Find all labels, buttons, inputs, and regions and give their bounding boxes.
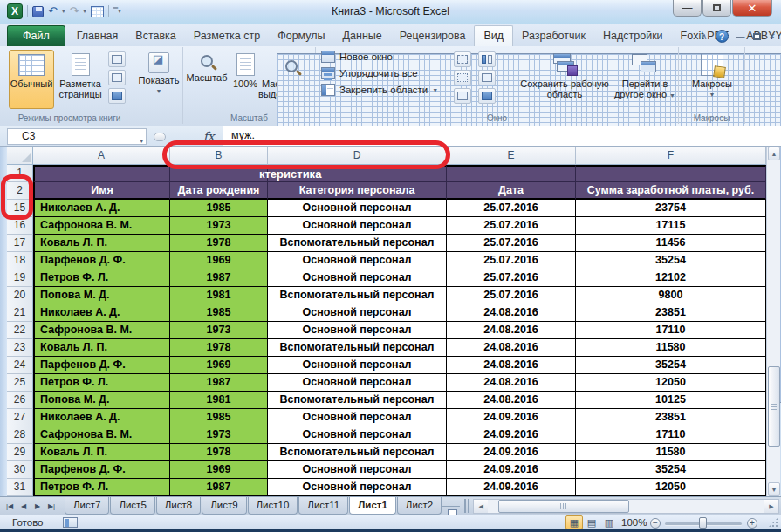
scroll-up-icon[interactable]: ▲	[768, 147, 780, 160]
cell-name[interactable]: Коваль Л. П.	[33, 339, 170, 357]
sheet-tab-лист1[interactable]: Лист1	[349, 497, 396, 515]
row-header[interactable]: 25	[7, 374, 33, 392]
sheet-tab-лист9[interactable]: Лист9	[202, 497, 246, 515]
reset-window-position-button[interactable]	[478, 88, 496, 104]
zoom-100-button[interactable]: 100%	[229, 50, 262, 109]
zoom-to-selection-button[interactable]: Масштаб по выделенному	[264, 50, 314, 109]
header-date[interactable]: Дата	[447, 182, 576, 200]
row-header[interactable]: 29	[7, 444, 33, 461]
cell-salary[interactable]: 11580	[576, 444, 766, 461]
switch-windows-button[interactable]: Перейти в другое окно ▼	[613, 50, 677, 109]
cell-birth-year[interactable]: 1985	[170, 409, 268, 426]
redo-dropdown-icon[interactable]: ▾	[83, 8, 86, 15]
page-break-shortcut[interactable]: ▥	[600, 515, 618, 529]
cell-name[interactable]: Парфенов Д. Ф.	[33, 357, 170, 374]
cell-category[interactable]: Основной персонал	[268, 304, 447, 322]
cell-name[interactable]: Попова М. Д.	[33, 287, 170, 304]
cell-name[interactable]: Николаев А. Д.	[33, 200, 170, 217]
row-header[interactable]: 21	[7, 304, 33, 322]
show-button[interactable]: Показать ▼	[136, 50, 182, 109]
row-header[interactable]: 16	[7, 217, 33, 235]
arrange-all-button[interactable]: Упорядочить все	[321, 67, 438, 79]
first-sheet-icon[interactable]: |◀	[5, 502, 14, 510]
row-header[interactable]: 20	[7, 287, 33, 304]
cell-salary[interactable]: 9800	[576, 287, 766, 304]
cell-date[interactable]: 25.07.2016	[447, 235, 576, 252]
cell-date[interactable]: 24.08.2016	[447, 339, 576, 357]
cell-date[interactable]: 24.09.2016	[447, 426, 576, 444]
cell-date[interactable]: 25.07.2016	[447, 269, 576, 287]
header-category[interactable]: Категория персонала	[268, 182, 447, 200]
save-icon[interactable]	[32, 6, 44, 17]
workbook-close-icon[interactable]: ✕	[769, 31, 776, 41]
cell-category[interactable]: Основной персонал	[268, 252, 447, 269]
cell-birth-year[interactable]: 1973	[170, 217, 268, 235]
undo-dropdown-icon[interactable]: ▾	[62, 8, 65, 15]
row-header-2[interactable]: 2	[7, 182, 33, 200]
new-window-button[interactable]: Новое окно	[321, 51, 438, 63]
cell-category[interactable]: Вспомогательный персонал	[268, 444, 447, 461]
ribbon-tab-данные[interactable]: Данные	[334, 26, 391, 46]
cell-date[interactable]: 24.09.2016	[447, 479, 576, 496]
maximize-button[interactable]	[702, 0, 731, 17]
cell-category[interactable]: Основной персонал	[268, 426, 447, 444]
cell-category[interactable]: Основной персонал	[268, 322, 447, 339]
cell-name[interactable]: Парфенов Д. Ф.	[33, 461, 170, 479]
cell-salary[interactable]: 17110	[576, 322, 766, 339]
custom-views-button[interactable]	[108, 70, 126, 85]
help-icon[interactable]: ?	[716, 30, 729, 43]
cell-birth-year[interactable]: 1973	[170, 322, 268, 339]
cell-birth-year[interactable]: 1978	[170, 339, 268, 357]
cell-salary[interactable]: 17110	[576, 426, 766, 444]
cell-salary[interactable]: 11456	[576, 235, 766, 252]
select-all-corner[interactable]	[7, 147, 33, 165]
hide-button[interactable]	[454, 70, 471, 85]
full-screen-button[interactable]	[108, 88, 126, 104]
cell-birth-year[interactable]: 1978	[170, 444, 268, 461]
scroll-right-icon[interactable]: ▶	[764, 500, 778, 513]
cell-birth-year[interactable]: 1985	[170, 304, 268, 322]
cell-date[interactable]: 24.08.2016	[447, 374, 576, 392]
sheet-tab-лист11[interactable]: Лист11	[298, 497, 348, 515]
header-salary[interactable]: Сумма заработной платы, руб.	[576, 182, 766, 200]
cell-category[interactable]: Основной персонал	[268, 479, 447, 496]
cell-birth-year[interactable]: 1981	[170, 287, 268, 304]
ribbon-tab-файл[interactable]: Файл	[7, 25, 65, 46]
cell-category[interactable]: Основной персонал	[268, 269, 447, 287]
ribbon-tab-разработчик[interactable]: Разработчик	[513, 26, 594, 46]
cell-salary[interactable]: 23851	[576, 304, 766, 322]
cell-birth-year[interactable]: 1981	[170, 392, 268, 409]
column-header-d[interactable]: D	[268, 147, 447, 165]
ribbon-tab-разметка-стр[interactable]: Разметка стр	[185, 26, 269, 46]
cell-salary[interactable]: 12102	[576, 269, 766, 287]
cell-category[interactable]: Основной персонал	[268, 357, 447, 374]
cell-name[interactable]: Петров Ф. Л.	[33, 374, 170, 392]
cell-date[interactable]: 25.07.2016	[447, 217, 576, 235]
cell-name[interactable]: Сафронова В. М.	[33, 322, 170, 339]
cell-salary[interactable]: 12050	[576, 479, 766, 496]
resize-grip[interactable]	[768, 517, 778, 528]
cell-date[interactable]: 24.08.2016	[447, 357, 576, 374]
cell-birth-year[interactable]: 1969	[170, 461, 268, 479]
cell-date[interactable]: 24.08.2016	[447, 304, 576, 322]
formula-bar-handle[interactable]	[154, 133, 166, 141]
row-header-1[interactable]: 1	[7, 165, 33, 182]
cell-date[interactable]: 25.07.2016	[447, 252, 576, 269]
sheet-tab-лист10[interactable]: Лист10	[248, 497, 298, 515]
split-button[interactable]	[454, 51, 471, 67]
cell-date[interactable]: 25.07.2016	[447, 287, 576, 304]
cell-birth-year[interactable]: 1985	[170, 200, 268, 217]
macros-button[interactable]: Макросы ▼	[686, 50, 738, 109]
cell-name[interactable]: Попова М. Д.	[33, 392, 170, 409]
cell-name[interactable]: Парфенов Д. Ф.	[33, 252, 170, 269]
cell-birth-year[interactable]: 1973	[170, 426, 268, 444]
ribbon-tab-формулы[interactable]: Формулы	[269, 26, 333, 46]
macro-record-icon[interactable]	[63, 517, 78, 528]
cell-name[interactable]: Петров Ф. Л.	[33, 479, 170, 496]
insert-sheet-tab[interactable]	[442, 506, 460, 507]
workbook-minimize-icon[interactable]: —	[736, 31, 745, 41]
cell-salary[interactable]: 23851	[576, 409, 766, 426]
cell-birth-year[interactable]: 1987	[170, 374, 268, 392]
minimize-button[interactable]: —	[673, 0, 702, 17]
next-sheet-icon[interactable]: ▶	[33, 502, 42, 510]
